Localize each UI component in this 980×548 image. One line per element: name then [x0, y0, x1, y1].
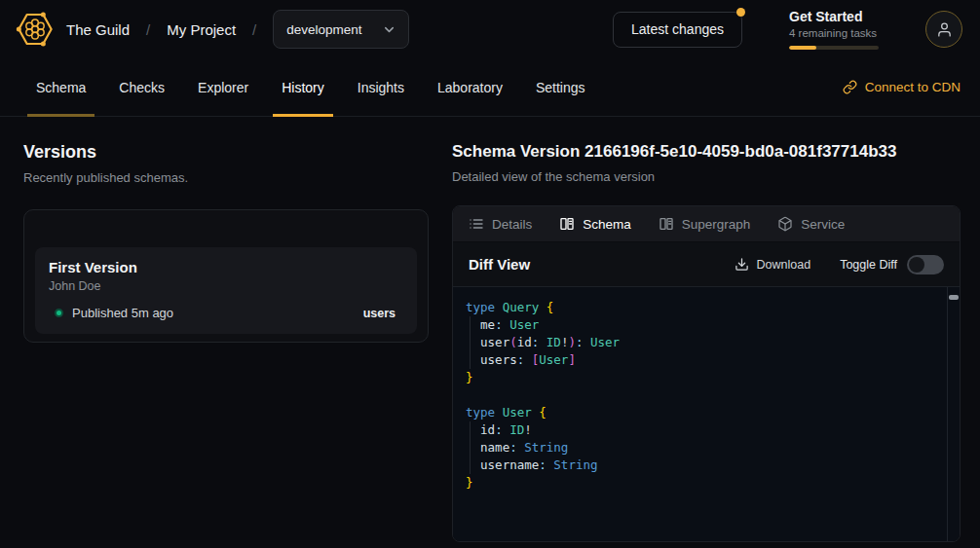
breadcrumb-separator: / — [252, 21, 256, 38]
tab-supergraph[interactable]: Supergraph — [659, 216, 751, 232]
versions-subtitle: Recently published schemas. — [23, 170, 429, 185]
breadcrumb-separator: / — [146, 21, 150, 38]
schema-code-viewer[interactable]: type Query { me: User user(id: ID!): Use… — [453, 286, 960, 541]
toggle-diff-switch[interactable] — [907, 255, 944, 274]
tab-checks[interactable]: Checks — [110, 58, 173, 116]
breadcrumb-project[interactable]: My Project — [167, 21, 236, 38]
progress-fill — [789, 46, 816, 50]
tab-history[interactable]: History — [273, 58, 333, 116]
version-status: Published 5m ago — [72, 306, 173, 320]
get-started-title: Get Started — [789, 9, 879, 24]
tab-label: Schema — [36, 80, 86, 95]
target-select[interactable]: development — [273, 10, 408, 49]
diff-view-title: Diff View — [469, 256, 530, 273]
tab-service[interactable]: Service — [777, 216, 845, 232]
version-detail-panel: Schema Version 2166196f-5e10-4059-bd0a-0… — [452, 117, 980, 542]
content: Versions Recently published schemas. Fir… — [0, 117, 980, 542]
tab-label: Service — [801, 217, 845, 232]
diff-view-header: Diff View Download Toggle Diff — [453, 242, 960, 286]
version-list-item[interactable]: First Version John Doe Published 5m ago … — [35, 247, 417, 334]
scrollbar-track[interactable] — [947, 287, 960, 541]
tab-details[interactable]: Details — [469, 216, 532, 232]
download-button[interactable]: Download — [735, 257, 811, 272]
tab-label: Schema — [583, 217, 631, 232]
indent-guide — [470, 421, 471, 474]
schema-sdl-code: type Query { me: User user(id: ID!): Use… — [466, 299, 940, 492]
tab-schema-view[interactable]: Schema — [559, 216, 631, 232]
tab-label: Checks — [119, 80, 165, 95]
connect-cdn-label: Connect to CDN — [865, 80, 961, 94]
toggle-diff-label: Toggle Diff — [840, 258, 897, 272]
tab-explorer[interactable]: Explorer — [189, 58, 257, 116]
tab-label: Supergraph — [682, 217, 751, 232]
detail-tabbar: Details Schema — [453, 206, 960, 242]
get-started-subtitle: 4 remaining tasks — [789, 27, 879, 39]
latest-changes-label: Latest changes — [631, 21, 724, 37]
notification-dot — [736, 8, 745, 17]
tab-label: Details — [492, 217, 532, 232]
versions-panel: Versions Recently published schemas. Fir… — [0, 117, 452, 542]
version-detail-card: Details Schema — [452, 205, 961, 542]
version-detail-title: Schema Version 2166196f-5e10-4059-bd0a-0… — [452, 142, 961, 162]
app-root: The Guild / My Project / development Lat… — [0, 0, 980, 542]
avatar[interactable] — [925, 11, 962, 48]
tab-label: Laboratory — [437, 80, 503, 95]
tab-laboratory[interactable]: Laboratory — [429, 58, 511, 116]
top-header: The Guild / My Project / development Lat… — [0, 0, 980, 58]
versions-title: Versions — [23, 142, 429, 163]
version-name: First Version — [49, 259, 403, 275]
get-started-widget[interactable]: Get Started 4 remaining tasks — [789, 9, 879, 50]
link-icon — [843, 80, 857, 94]
download-label: Download — [757, 258, 811, 272]
tab-label: Insights — [358, 80, 404, 95]
columns-icon — [659, 216, 674, 232]
get-started-progressbar — [789, 46, 879, 50]
tab-schema[interactable]: Schema — [27, 58, 94, 116]
main-nav: Schema Checks Explorer History Insights … — [0, 58, 980, 117]
tab-label: History — [282, 80, 324, 95]
target-select-value: development — [286, 22, 361, 37]
tab-label: Settings — [536, 80, 585, 95]
chevron-down-icon — [382, 22, 396, 37]
columns-icon — [559, 216, 575, 232]
published-status-dot — [55, 309, 63, 317]
scrollbar-thumb[interactable] — [949, 295, 959, 300]
connect-cdn-link[interactable]: Connect to CDN — [843, 80, 961, 94]
latest-changes-button[interactable]: Latest changes — [613, 12, 742, 48]
tab-insights[interactable]: Insights — [349, 58, 413, 116]
box-icon — [777, 216, 793, 232]
tab-settings[interactable]: Settings — [527, 58, 594, 116]
download-icon — [735, 257, 749, 272]
versions-card: First Version John Doe Published 5m ago … — [23, 209, 429, 343]
breadcrumb-org[interactable]: The Guild — [66, 21, 130, 38]
switch-knob — [909, 257, 924, 273]
version-detail-subtitle: Detailed view of the schema version — [452, 169, 961, 184]
tab-label: Explorer — [198, 80, 248, 95]
version-author: John Doe — [49, 279, 403, 293]
list-icon — [469, 216, 484, 232]
user-icon — [936, 21, 953, 38]
version-service-badge: users — [363, 307, 403, 320]
indent-guide — [470, 316, 471, 369]
version-status-row: Published 5m ago users — [49, 306, 403, 320]
hive-logo-icon[interactable] — [16, 10, 55, 49]
